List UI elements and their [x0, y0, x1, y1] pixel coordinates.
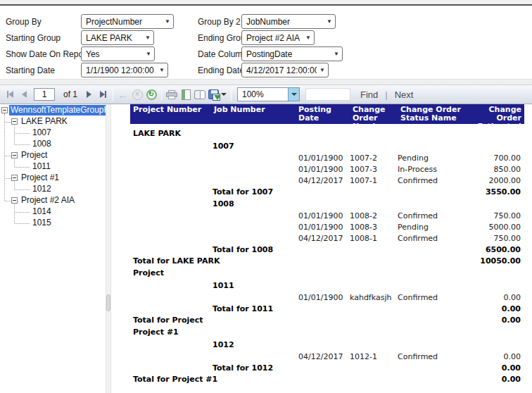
tree-expander-icon[interactable] — [11, 118, 18, 125]
change-order-status-cell: Pending — [398, 223, 467, 232]
tree-node-lake-park[interactable]: LAKE PARK — [0, 116, 106, 127]
back-arrow-icon: ← — [118, 89, 129, 100]
report-row-project: Project — [130, 266, 524, 279]
project-total-label: Total for LAKE PARK — [130, 256, 467, 266]
refresh-button[interactable]: ↻ — [144, 87, 158, 102]
tree-guide-line — [14, 204, 15, 223]
report-row-project-total: Total for LAKE PARK10050.00 — [130, 255, 524, 266]
param-label-show-date-on-report: Show Date On Report — [6, 46, 88, 62]
current-page-input[interactable] — [34, 88, 55, 101]
find-link[interactable]: Find — [360, 89, 378, 100]
next-page-button[interactable] — [82, 87, 96, 102]
chevron-down-icon: ▼ — [156, 67, 165, 73]
report-row-detail: 04/12/20171012-1Confirmed0.00 — [130, 351, 524, 362]
param-value: 1/1/1900 12:00:00 AM — [86, 66, 156, 75]
tree-node-1014[interactable]: 1014 — [0, 206, 106, 218]
param-label-starting-group: Starting Group — [6, 30, 61, 46]
document-map-splitter[interactable] — [106, 104, 111, 393]
zoom-combobox[interactable]: 100% — [237, 87, 300, 101]
page-count-label: of 1 — [63, 89, 77, 99]
estimated-cost-cell: 0.00 — [467, 293, 524, 302]
column-header-change-order-status-name: Change Order Status Name — [398, 104, 467, 124]
print-layout-button[interactable] — [179, 87, 193, 102]
print-button[interactable] — [165, 87, 179, 102]
job-total-label: Total for 1011 — [211, 304, 467, 313]
change-order-status-cell: Confirmed — [398, 176, 467, 185]
tree-guide-line — [14, 182, 15, 189]
change-order-status-cell: Confirmed — [398, 234, 467, 243]
tree-node-1015[interactable]: 1015 — [0, 218, 106, 229]
tree-expander-icon[interactable] — [11, 152, 18, 158]
chevron-down-icon: ▼ — [162, 18, 170, 25]
tree-node-1012[interactable]: 1012 — [0, 184, 106, 195]
param-combo-group-by[interactable]: ProjectNumber▼ — [81, 14, 174, 29]
posting-date-cell: 04/12/2017 — [296, 352, 350, 361]
chevron-down-icon: ▼ — [303, 35, 311, 41]
parameters-splitter[interactable] — [0, 79, 532, 85]
zoom-value: 100% — [237, 87, 288, 101]
chevron-down-icon: ▼ — [317, 67, 325, 73]
tree-node-label: 1007 — [31, 127, 53, 138]
back-to-parent-button[interactable]: ← — [116, 87, 130, 102]
tree-expander-icon[interactable] — [11, 197, 18, 204]
last-page-button[interactable] — [96, 87, 110, 102]
tree-node-1008[interactable]: 1008 — [0, 139, 106, 150]
find-text-input[interactable] — [305, 88, 350, 101]
export-button[interactable] — [207, 87, 228, 102]
param-label-starting-date: Starting Date — [6, 63, 55, 78]
chevron-down-icon: ▼ — [143, 51, 151, 57]
param-combo-starting-group[interactable]: LAKE PARK▼ — [81, 30, 154, 45]
change-order-number-cell: 1007-2 — [350, 154, 398, 163]
param-label-group-by-2: Group By 2 — [198, 14, 241, 30]
param-value: PostingDate — [246, 49, 292, 59]
param-combo-show-date-on-report[interactable]: Yes▼ — [81, 46, 155, 61]
first-page-button[interactable] — [3, 87, 17, 102]
zoom-dropdown-button[interactable] — [288, 87, 300, 101]
posting-date-cell: 04/12/2017 — [296, 176, 350, 185]
next-link[interactable]: Next — [395, 89, 414, 100]
tree-node-1011[interactable]: 1011 — [0, 161, 106, 173]
tree-node-wennsofttemplategroupfilterd[interactable]: WennsoftTemplateGroupFilterD — [0, 105, 106, 116]
tree-node-project[interactable]: Project — [0, 150, 106, 161]
page-setup-button[interactable] — [193, 87, 207, 102]
tree-node-project-1[interactable]: Project #1 — [0, 173, 106, 184]
project-total-cost: 10050.00 — [467, 256, 524, 266]
report-table-rows: LAKE PARK100701/01/19001007-2Pending700.… — [130, 127, 524, 385]
change-order-number-cell: 1012-1 — [350, 352, 398, 361]
tree-node-1007[interactable]: 1007 — [0, 127, 106, 139]
save-export-icon — [208, 89, 219, 99]
toolbar-separator — [113, 88, 113, 101]
tree-expander-icon[interactable] — [11, 175, 18, 181]
job-total-label: Total for 1008 — [211, 245, 467, 254]
param-combo-group-by-2[interactable]: JobNumber▼ — [241, 14, 336, 29]
param-combo-ending-group[interactable]: Project #2 AIA▼ — [241, 30, 315, 45]
param-value: Project #2 AIA — [246, 33, 300, 43]
report-row-job-total: Total for 10110.00 — [130, 303, 524, 314]
tree-node-label: 1012 — [31, 184, 53, 194]
param-combo-starting-date[interactable]: 1/1/1900 12:00:00 AM▼ — [81, 63, 168, 77]
change-order-number-cell: kahdfkasjh — [350, 293, 398, 302]
report-table: Project NumberJob NumberPosting DateChan… — [130, 104, 524, 385]
previous-page-button[interactable] — [17, 87, 31, 102]
tree-guide-line — [4, 113, 5, 201]
param-combo-ending-date[interactable]: 4/12/2017 12:00:00 AM▼ — [241, 63, 329, 77]
tree-expander-icon[interactable] — [1, 107, 8, 113]
tree-node-project-2-aia[interactable]: Project #2 AIA — [0, 195, 106, 206]
splitter-grip[interactable] — [106, 294, 110, 311]
posting-date-cell: 01/01/1900 — [296, 154, 350, 163]
posting-date-cell: 01/01/1900 — [296, 211, 350, 220]
stop-rendering-button[interactable]: × — [130, 87, 144, 102]
report-table-header: Project NumberJob NumberPosting DateChan… — [130, 104, 524, 124]
tree-node-label: 1008 — [31, 139, 53, 149]
report-row-job-total: Total for 10120.00 — [130, 362, 524, 373]
change-order-status-cell: In-Process — [398, 165, 467, 174]
tree-node-label: 1014 — [31, 206, 53, 217]
param-combo-date-column[interactable]: PostingDate▼ — [241, 46, 343, 61]
tree-node-label: Project #2 AIA — [20, 195, 76, 206]
report-row-project-total: Total for Project #10.00 — [130, 373, 524, 385]
param-value: JobNumber — [246, 17, 290, 27]
report-row-detail: 04/12/20171007-1Confirmed2000.00 — [130, 175, 524, 186]
chevron-down-icon: ▼ — [142, 35, 151, 41]
tree-node-label: Project — [20, 150, 49, 161]
document-map-tree: WennsoftTemplateGroupFilterDLAKE PARK100… — [0, 104, 106, 393]
